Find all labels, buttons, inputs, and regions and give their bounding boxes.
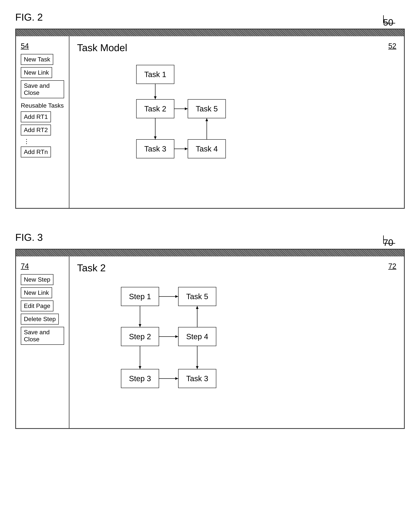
fig2-task4-node[interactable]: Task 4 [188, 139, 226, 158]
fig3-titlebar [16, 249, 404, 256]
svg-marker-17 [139, 366, 141, 369]
fig2-task1-node[interactable]: Task 1 [136, 65, 174, 84]
fig3-label: FIG. 3 [15, 232, 405, 243]
svg-marker-13 [139, 324, 141, 327]
reusable-tasks-label: Reusable Tasks [21, 102, 64, 109]
new-link-button-fig2[interactable]: New Link [21, 67, 52, 78]
fig2-task5-node[interactable]: Task 5 [188, 99, 226, 118]
fig3-step3-node[interactable]: Step 3 [121, 369, 159, 388]
fig3-main: Task 2 72 [69, 256, 404, 428]
fig3-main-title: Task 2 [77, 262, 396, 274]
fig3-main-id: 72 [388, 262, 396, 270]
fig3-window: 74 New Step New Link Edit Page Delete St… [15, 249, 405, 429]
fig3-step1-node[interactable]: Step 1 [121, 287, 159, 306]
fig3-step4-node[interactable]: Step 4 [178, 327, 216, 346]
svg-marker-1 [154, 96, 157, 99]
dots-indicator: ⋮ [23, 138, 64, 145]
svg-marker-3 [185, 107, 188, 110]
fig2-body: 54 New Task New Link Save and Close Reus… [16, 36, 404, 208]
fig2-diagram: Task 1 Task 2 Task 3 Task 4 Task 5 [77, 57, 396, 202]
fig3-sidebar-id: 74 [21, 262, 64, 270]
svg-marker-7 [185, 148, 188, 150]
fig3-step2-node[interactable]: Step 2 [121, 327, 159, 346]
fig3-container: 70 74 New Step New Link Edit Page Delete… [15, 249, 405, 429]
fig2-window: 54 New Task New Link Save and Close Reus… [15, 29, 405, 209]
new-link-button-fig3[interactable]: New Link [21, 287, 52, 298]
fig2-arrows [77, 57, 396, 202]
svg-marker-9 [205, 118, 208, 121]
fig3-body: 74 New Step New Link Edit Page Delete St… [16, 256, 404, 428]
new-task-button[interactable]: New Task [21, 54, 53, 65]
fig2-badge: 50 [383, 17, 393, 28]
fig2-task2-node[interactable]: Task 2 [136, 99, 174, 118]
new-step-button[interactable]: New Step [21, 274, 53, 285]
fig3-task3-node[interactable]: Task 3 [178, 369, 216, 388]
svg-marker-23 [196, 366, 199, 369]
svg-marker-5 [154, 136, 157, 139]
add-rt2-button[interactable]: Add RT2 [21, 125, 51, 135]
fig3-diagram: Step 1 Task 5 Step 2 Step 4 Step 3 [77, 278, 396, 422]
fig2-titlebar [16, 29, 404, 36]
save-close-button-fig3[interactable]: Save and Close [21, 327, 64, 345]
fig3-badge: 70 [383, 237, 393, 248]
fig3-section: FIG. 3 70 74 New Step New Link Edit Page… [15, 232, 405, 429]
fig2-main: Task Model 52 [69, 36, 404, 208]
fig2-container: 50 54 New Task New Link Save and Close R… [15, 29, 405, 209]
svg-marker-11 [175, 295, 178, 298]
fig2-main-id: 52 [388, 42, 396, 50]
fig2-label: FIG. 2 [15, 11, 405, 23]
edit-page-button[interactable]: Edit Page [21, 300, 53, 311]
fig3-sidebar: 74 New Step New Link Edit Page Delete St… [16, 256, 69, 428]
fig2-sidebar: 54 New Task New Link Save and Close Reus… [16, 36, 69, 208]
fig2-task3-node[interactable]: Task 3 [136, 139, 174, 158]
fig2-sidebar-id: 54 [21, 42, 64, 50]
add-rtn-button[interactable]: Add RTn [21, 147, 51, 158]
delete-step-button[interactable]: Delete Step [21, 314, 59, 324]
svg-marker-15 [175, 335, 178, 338]
svg-marker-19 [175, 377, 178, 380]
save-close-button-fig2[interactable]: Save and Close [21, 80, 64, 98]
fig2-section: FIG. 2 50 54 New Task New Link Save and … [15, 11, 405, 209]
fig3-task5-node[interactable]: Task 5 [178, 287, 216, 306]
svg-marker-21 [196, 306, 199, 309]
add-rt1-button[interactable]: Add RT1 [21, 112, 51, 122]
fig2-main-title: Task Model [77, 42, 396, 53]
